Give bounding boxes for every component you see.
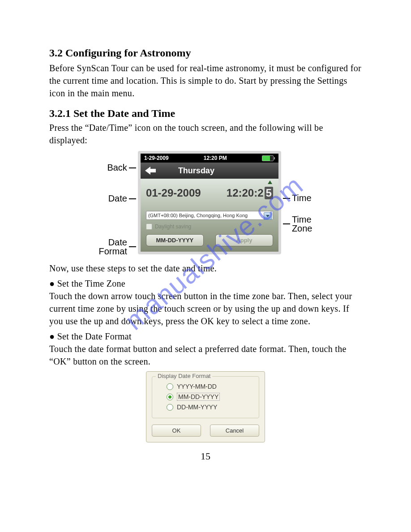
status-bar: 1-29-2009 12:20 PM [141, 154, 278, 163]
titlebar-day: Thursday [165, 166, 274, 176]
time-seconds-edit[interactable]: 5 [265, 187, 273, 199]
date-format-group: Display Date Format YYYY-MM-DD MM-DD-YYY… [152, 376, 259, 418]
radio-option-dd-mm-yyyy[interactable]: DD-MM-YYYY [167, 403, 254, 411]
callout-time-zone: Time Zone [292, 215, 313, 233]
callout-line [129, 246, 136, 247]
radio-icon [167, 383, 173, 390]
time-value[interactable]: 12:20:25 [227, 187, 273, 199]
callout-line [129, 167, 136, 168]
steps-lead: Now, use these steps to set the date and… [49, 262, 362, 275]
callout-date: Date [108, 193, 127, 204]
time-hm: 12:20:2 [227, 187, 264, 199]
battery-icon [262, 155, 275, 161]
device-screen: 1-29-2009 12:20 PM Thursday 01-29-2009 [138, 151, 281, 254]
callout-time: Time [292, 193, 312, 203]
dialog-group-title: Display Date Format [156, 373, 212, 379]
section-heading: 3.2 Configuring for Astronomy [49, 47, 362, 59]
radio-icon [167, 404, 173, 411]
radio-option-yyyy-mm-dd[interactable]: YYYY-MM-DD [167, 383, 254, 390]
section-intro: Before SynScan Tour can be used for real… [49, 62, 362, 99]
statusbar-date: 1-29-2009 [144, 155, 169, 161]
callout-back: Back [107, 163, 127, 173]
date-value[interactable]: 01-29-2009 [146, 187, 201, 199]
statusbar-clock: 12:20 PM [204, 155, 227, 161]
bullet-set-date-format: ● Set the Date Format [49, 330, 362, 343]
ok-button[interactable]: OK [152, 425, 201, 437]
chevron-down-icon[interactable] [264, 212, 272, 220]
daylight-saving-checkbox[interactable] [146, 223, 152, 230]
radio-label: YYYY-MM-DD [177, 383, 217, 390]
bullet-set-timezone: ● Set the Time Zone [49, 277, 362, 290]
subsection-intro: Press the “Date/Time” icon on the touch … [49, 121, 362, 146]
radio-label: DD-MM-YYYY [177, 403, 217, 411]
date-format-button[interactable]: MM-DD-YYYY [146, 234, 204, 246]
cancel-button[interactable]: Cancel [210, 425, 259, 437]
figure-date-format-dialog: Display Date Format YYYY-MM-DD MM-DD-YYY… [49, 371, 362, 442]
up-arrow-icon[interactable] [268, 180, 272, 184]
callout-line [283, 198, 290, 199]
callout-line [129, 198, 136, 199]
timezone-select[interactable]: (GMT+08:00) Beijing, Chongqing, Hong Kon… [146, 211, 273, 220]
daylight-saving-label: Daylight saving [155, 223, 191, 230]
title-bar: Thursday [141, 163, 278, 179]
date-format-dialog: Display Date Format YYYY-MM-DD MM-DD-YYY… [146, 371, 265, 442]
radio-option-mm-dd-yyyy[interactable]: MM-DD-YYYY [167, 393, 254, 401]
figure-date-time: Back Date Date Format 1-29-2009 12:20 PM [49, 151, 362, 256]
para-set-timezone: Touch the down arrow touch screen button… [49, 290, 362, 327]
radio-icon [167, 394, 173, 400]
back-arrow-icon[interactable] [145, 167, 157, 175]
radio-label: MM-DD-YYYY [177, 393, 220, 401]
timezone-value: (GMT+08:00) Beijing, Chongqing, Hong Kon… [148, 213, 248, 218]
callout-date-format: Date Format [99, 238, 127, 256]
callout-line [283, 223, 290, 224]
para-set-date-format: Touch the date format button and select … [49, 343, 362, 368]
subsection-heading: 3.2.1 Set the Date and Time [49, 107, 362, 120]
page-number: 15 [49, 450, 362, 462]
apply-button[interactable]: Apply [215, 234, 273, 246]
